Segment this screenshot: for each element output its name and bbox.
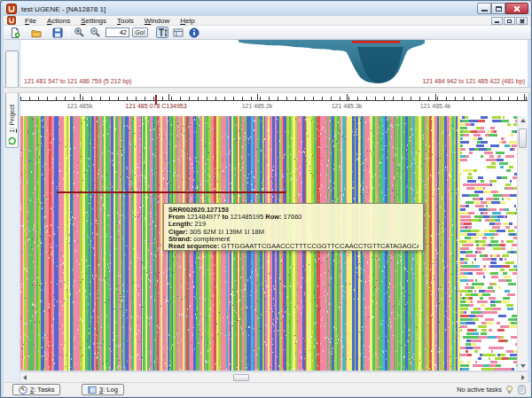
tooltip-line: SRR002620.127153 [168, 207, 419, 214]
overview-visible-range-label: 121 484 942 to 121 485 422 (481 bp) [422, 78, 525, 84]
maximize-button[interactable] [491, 3, 505, 14]
menu-item-file[interactable]: File [20, 16, 42, 26]
tooltip-line: Strand: complement [168, 236, 419, 243]
ruler-tick-label: 121 485.3k [332, 103, 363, 109]
close-button[interactable] [505, 3, 528, 14]
ruler-tick-label: 121 485k [67, 103, 93, 109]
zoom-out-icon [90, 27, 101, 38]
hovered-read-outline [57, 191, 286, 193]
project-view-tab[interactable]: 1: Project [5, 51, 19, 148]
position-input[interactable] [106, 27, 129, 37]
project-tab-label: 1: Project [8, 105, 16, 133]
toolbar-separator [68, 27, 69, 37]
document-icon [7, 16, 16, 25]
ruler-tick-label: 121 485.4k [420, 103, 451, 109]
read-tooltip: SRR002620.127153From 121484977 to 121485… [163, 203, 424, 251]
menu-items: FileActionsSettingsToolsWindowHelp [20, 16, 200, 26]
tasks-button-label: 2: Tasks [30, 386, 54, 394]
scroll-left-button[interactable] [20, 373, 29, 382]
active-tasks-status: No active tasks [457, 386, 502, 394]
panels-button[interactable] [172, 27, 184, 38]
toolbar-separator [152, 27, 153, 37]
toolbar-separator [102, 27, 103, 37]
log-button-label: 3: Log [99, 386, 118, 394]
menu-item-tools[interactable]: Tools [112, 16, 139, 26]
zoom-in-icon [74, 27, 85, 38]
menu-bar: FileActionsSettingsToolsWindowHelp [4, 16, 530, 26]
ruler-tick-label: 121 485.2k [242, 103, 273, 109]
scroll-down-button[interactable] [518, 362, 528, 371]
vertical-scroll-thumb[interactable] [519, 129, 527, 148]
assembly-reads-sparse-canvas[interactable] [460, 116, 517, 371]
project-icon [7, 136, 17, 145]
splitter-handle[interactable] [4, 87, 530, 93]
minimize-button[interactable] [477, 3, 491, 14]
log-panel-button[interactable]: 3: Log [82, 384, 124, 395]
panels-icon [173, 27, 184, 38]
tooltip-line: Read sequence: GTTGGAATTCGAACCCTTTCCGGTT… [168, 243, 419, 250]
horizontal-scrollbar[interactable] [20, 371, 528, 382]
assembly-browser: SRR002620.127153From 121484977 to 121485… [20, 116, 528, 371]
tasks-panel-button[interactable]: 2: Tasks [12, 384, 60, 395]
menu-item-settings[interactable]: Settings [75, 16, 112, 26]
menu-item-help[interactable]: Help [175, 16, 200, 26]
new-document-button[interactable] [9, 27, 21, 38]
info-button[interactable] [188, 27, 200, 38]
zoom-in-button[interactable] [73, 27, 85, 38]
open-folder-icon [31, 27, 42, 38]
main-toolbar: Go! [4, 26, 530, 40]
mdi-minimize-button[interactable] [491, 17, 503, 25]
menu-item-actions[interactable]: Actions [42, 16, 75, 26]
tasks-clock-icon [19, 386, 27, 394]
report-clipboard-icon[interactable] [517, 385, 527, 394]
tooltip-line: Cigar: 30S 62M 1I 139M 1I 18M [168, 229, 419, 236]
tooltip-line: From 121484977 to 121485195 Row: 17660 [168, 214, 419, 221]
overview-total-range-label: 121 481 547 to 121 486 759 (5 212 bp) [24, 78, 131, 84]
mdi-restore-button[interactable] [504, 17, 515, 25]
ruler: 121 485k121 485 078 C134953121 485.2k121… [20, 93, 528, 116]
menu-item-window[interactable]: Window [139, 16, 175, 26]
horizontal-scroll-thumb[interactable] [233, 374, 249, 381]
go-button[interactable]: Go! [132, 27, 148, 37]
vertical-scrollbar[interactable] [517, 116, 528, 371]
ruler-current-position-label: 121 485 078 C134953 [125, 103, 186, 109]
zoom-out-button[interactable] [89, 27, 101, 38]
log-book-icon [88, 386, 97, 394]
window-title: test UGENE - [NA12878 1] [21, 5, 106, 13]
status-bar: 2: Tasks 3: Log No active tasks [4, 382, 530, 396]
open-file-button[interactable] [30, 27, 43, 38]
tooltip-line: Length: 219 [168, 221, 419, 228]
position-selector-icon [157, 27, 168, 38]
ruler-ticks [20, 93, 528, 116]
new-document-icon [10, 27, 20, 38]
scroll-right-button[interactable] [519, 373, 528, 382]
coverage-overview[interactable]: 121 481 547 to 121 486 759 (5 212 bp) 12… [20, 40, 528, 87]
info-icon [189, 27, 200, 38]
position-selector-toggle[interactable] [156, 27, 168, 38]
visible-range-indicator[interactable] [352, 41, 400, 43]
title-bar[interactable]: test UGENE - [NA12878 1] [3, 2, 531, 16]
ugene-logo-icon [6, 4, 17, 14]
mdi-close-button[interactable] [516, 17, 528, 25]
lamp-icon[interactable] [505, 385, 514, 394]
save-floppy-icon [52, 27, 63, 38]
ugene-window: test UGENE - [NA12878 1] FileActionsSett… [0, 0, 532, 398]
save-button[interactable] [51, 27, 64, 38]
scroll-up-button[interactable] [518, 116, 528, 125]
